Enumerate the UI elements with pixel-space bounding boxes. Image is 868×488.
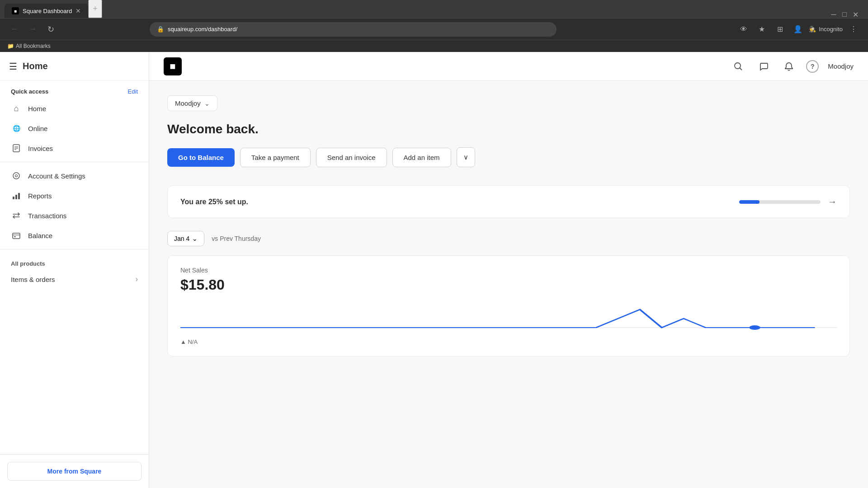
sidebar-item-items-orders[interactable]: Items & orders ›	[0, 271, 149, 288]
progress-bar	[739, 200, 821, 204]
home-icon: ⌂	[11, 103, 22, 114]
incognito-label: Incognito	[819, 26, 843, 33]
close-window-button[interactable]: ✕	[852, 11, 859, 18]
account-settings-icon	[11, 170, 22, 181]
sidebar-item-balance-label: Balance	[28, 232, 52, 239]
send-invoice-button[interactable]: Send an invoice	[316, 148, 387, 167]
setup-progress-text: You are 25% set up.	[180, 198, 248, 206]
sidebar-title: Home	[23, 61, 48, 71]
sidebar-item-online[interactable]: 🌐 Online	[0, 118, 149, 138]
setup-next-arrow-icon[interactable]: →	[828, 197, 837, 207]
quick-actions: Go to Balance Take a payment Send an inv…	[167, 147, 850, 167]
svg-rect-6	[13, 197, 14, 199]
lock-icon: 🔒	[157, 26, 164, 33]
quick-access-edit-button[interactable]: Edit	[128, 88, 138, 95]
new-tab-button[interactable]: +	[88, 0, 102, 18]
tab-title: Square Dashboard	[23, 8, 72, 14]
bookmark-star-icon[interactable]: ★	[755, 22, 769, 37]
sidebar-item-invoices[interactable]: Invoices	[0, 138, 149, 158]
main-content: Moodjoy ⌄ Welcome back. Go to Balance Ta…	[149, 81, 868, 488]
browser-menu-icon[interactable]: ⋮	[846, 22, 861, 37]
all-products-label: All products	[0, 253, 149, 271]
sales-change: ▲ N/A	[180, 338, 837, 345]
refresh-button[interactable]: ↻	[43, 22, 58, 37]
svg-rect-10	[14, 236, 16, 237]
svg-rect-8	[18, 193, 20, 199]
chevron-right-icon: ›	[136, 275, 138, 283]
user-name-button[interactable]: Moodjoy	[828, 62, 854, 70]
incognito-icon: 🕵	[809, 26, 816, 33]
profile-icon[interactable]: 👤	[791, 22, 805, 37]
address-text: squaireup.com/dashboard/	[168, 26, 549, 33]
browser-actions: 👁 ★ ⊞ 👤 🕵 Incognito ⋮	[736, 22, 861, 37]
tab-favicon: ■	[12, 7, 19, 14]
add-item-button[interactable]: Add an item	[392, 148, 451, 167]
active-tab[interactable]: ■ Square Dashboard ✕	[5, 4, 88, 18]
sidebar-item-home[interactable]: ⌂ Home	[0, 99, 149, 118]
go-to-balance-button[interactable]: Go to Balance	[167, 148, 235, 167]
sidebar-divider-2	[0, 249, 149, 249]
sidebar-item-reports-label: Reports	[28, 192, 52, 200]
sidebar-header: ☰ Home	[0, 52, 149, 81]
sidebar-item-reports[interactable]: Reports	[0, 186, 149, 206]
quick-access-section: Quick access Edit	[0, 81, 149, 99]
sales-chart	[180, 300, 837, 338]
svg-point-4	[13, 173, 19, 179]
sidebar: ☰ Home Quick access Edit ⌂ Home 🌐 Online	[0, 52, 149, 488]
all-bookmarks-item[interactable]: 📁 All Bookmarks	[7, 43, 51, 49]
change-label: ▲ N/A	[180, 338, 198, 345]
chat-button[interactable]	[755, 58, 772, 75]
business-selector[interactable]: Moodjoy ⌄	[167, 95, 217, 111]
browser-nav: ← → ↻ 🔒 squaireup.com/dashboard/ 👁 ★ ⊞ 👤…	[0, 18, 868, 40]
close-tab-btn[interactable]: ✕	[75, 7, 81, 14]
back-button[interactable]: ←	[7, 22, 22, 37]
items-orders-label: Items & orders	[11, 276, 55, 283]
business-name: Moodjoy	[175, 99, 201, 107]
setup-section: You are 25% set up. →	[167, 185, 850, 218]
sidebar-item-account[interactable]: Account & Settings	[0, 166, 149, 186]
address-bar[interactable]: 🔒 squaireup.com/dashboard/	[150, 22, 557, 37]
sidebar-content: Quick access Edit ⌂ Home 🌐 Online Invoic…	[0, 81, 149, 454]
folder-icon: 📁	[7, 43, 14, 49]
date-selected-label: Jan 4	[174, 235, 189, 242]
progress-bar-fill	[739, 200, 760, 204]
date-filter: Jan 4 ⌄ vs Prev Thursday	[167, 231, 850, 246]
hamburger-menu-button[interactable]: ☰	[9, 61, 17, 72]
sidebar-item-home-label: Home	[28, 105, 46, 113]
balance-icon	[11, 230, 22, 241]
invoices-icon	[11, 143, 22, 154]
browser-chrome: ■ Square Dashboard ✕ + ─ □ ✕ ← → ↻ 🔒 squ…	[0, 0, 868, 52]
extensions-icon[interactable]: ⊞	[773, 22, 787, 37]
square-logo-area: ■	[164, 57, 182, 75]
date-chevron-icon: ⌄	[192, 235, 198, 242]
more-from-square-button[interactable]: More from Square	[7, 462, 142, 481]
reports-icon	[11, 190, 22, 201]
square-logo: ■	[164, 57, 182, 75]
notifications-button[interactable]	[781, 58, 797, 75]
all-bookmarks-label: All Bookmarks	[16, 43, 51, 49]
sales-section: Net Sales $15.80	[167, 255, 850, 357]
maximize-button[interactable]: □	[841, 11, 848, 18]
sales-chart-svg	[180, 300, 837, 337]
more-actions-button[interactable]: ∨	[457, 147, 475, 167]
sidebar-item-account-label: Account & Settings	[28, 172, 85, 180]
date-comparison-text: vs Prev Thursday	[212, 235, 261, 242]
net-sales-amount: $15.80	[180, 277, 837, 293]
sidebar-item-transactions[interactable]: Transactions	[0, 206, 149, 225]
business-chevron-icon: ⌄	[204, 100, 210, 107]
date-select-button[interactable]: Jan 4 ⌄	[167, 231, 204, 246]
net-sales-label: Net Sales	[180, 267, 837, 274]
sidebar-item-balance[interactable]: Balance	[0, 225, 149, 245]
eye-off-icon[interactable]: 👁	[736, 22, 751, 37]
app-topbar: ■ ? Moodjoy	[149, 52, 868, 81]
setup-right: →	[739, 197, 837, 207]
search-button[interactable]	[730, 58, 746, 75]
sidebar-item-transactions-label: Transactions	[28, 212, 66, 220]
window-controls: ─ □ ✕	[830, 11, 863, 18]
main-area: ■ ? Moodjoy Moodjoy	[149, 52, 868, 488]
help-button[interactable]: ?	[806, 60, 819, 73]
minimize-button[interactable]: ─	[830, 11, 837, 18]
forward-button[interactable]: →	[25, 22, 40, 37]
sidebar-divider-1	[0, 162, 149, 162]
take-payment-button[interactable]: Take a payment	[240, 148, 311, 167]
